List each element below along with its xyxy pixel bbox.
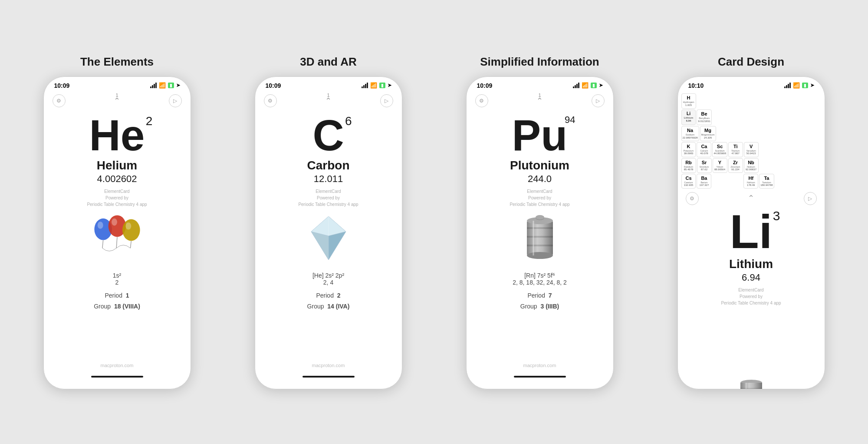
section-card-design: Card Design 10:10 📶 ▮ ➤	[651, 55, 851, 389]
element-symbol-text-pu: Pu	[512, 111, 568, 159]
mini-cell-Ta[interactable]: Ta Tantalum 180.94788	[759, 174, 774, 189]
section-simplified: Simplified Information 10:09 📶 ▮ ➤ 1 ⚙ ⌃	[440, 55, 639, 389]
phone-frame-3d: 10:09 📶 ▮ ➤ 1 ⚙ ⌃ ▷ C	[255, 76, 402, 389]
mini-cell-Sr[interactable]: Sr Strontium 87.62	[697, 158, 712, 173]
diamond-visual	[302, 212, 355, 264]
phone-frame-simplified: 10:09 📶 ▮ ➤ 1 ⚙ ⌃ ▷ Pu	[466, 76, 614, 389]
svg-point-4	[112, 218, 117, 225]
signal-icon-4	[784, 83, 791, 88]
mini-cell-Li[interactable]: Li Lithium 6.94	[681, 109, 696, 125]
element-symbol-li: Li 3	[730, 208, 773, 255]
element-number-he: 2	[146, 114, 153, 128]
mini-cell-H[interactable]: H Hydrogen 1.005	[681, 93, 696, 109]
play-icon-4[interactable]: ▷	[804, 192, 817, 205]
mini-cell-Hf[interactable]: Hf Hafnium 178.49	[743, 174, 758, 189]
mini-cell-Nb[interactable]: Nb Niobium 92.90637	[744, 158, 759, 173]
svg-point-6	[122, 219, 140, 241]
svg-line-5	[116, 237, 117, 248]
phone-content-4: H Hydrogen 1.005 Li Lithium 6.94	[678, 91, 825, 389]
element-name-he: Helium	[97, 159, 137, 172]
mini-cell-Cs[interactable]: Cs Caesium 132.905	[681, 174, 696, 189]
element-card-label-4: ElementCardPowered byPeriodic Table Chem…	[721, 287, 781, 306]
element-mass-he: 4.002602	[97, 173, 137, 185]
periodic-table-mini: H Hydrogen 1.005 Li Lithium 6.94	[678, 91, 825, 190]
mini-cell-Y[interactable]: Y Yttrium 88.90564	[713, 158, 727, 173]
page-number-3: 1	[538, 93, 541, 98]
element-name-c: Carbon	[307, 159, 350, 172]
battery-icon-1: ▮	[168, 83, 174, 88]
mini-cell-V[interactable]: V Vanadium 50.9415	[744, 142, 759, 157]
element-mass-pu: 244.0	[528, 173, 552, 185]
svg-rect-18	[527, 236, 553, 238]
status-time-4: 10:10	[688, 82, 704, 89]
signal-icon-2	[362, 83, 368, 88]
mini-cell-Zr[interactable]: Zr Zirconium 91.224	[728, 158, 743, 173]
phone-content-3: 1 ⚙ ⌃ ▷ Pu 94 Plutonium 244.0 ElementCar…	[467, 91, 613, 381]
element-symbol-text-he: He	[89, 111, 145, 159]
status-icons-1: 📶 ▮ ➤	[150, 82, 180, 89]
status-bar-4: 10:10 📶 ▮ ➤	[678, 77, 825, 91]
status-time-2: 10:09	[266, 82, 281, 89]
play-icon-1[interactable]: ▷	[169, 94, 182, 107]
section-title-3d: 3D and AR	[300, 55, 357, 69]
period-group-he: Period 1 Group 18 (VIIIA)	[94, 290, 140, 312]
status-icons-4: 📶 ▮ ➤	[784, 82, 814, 89]
period-group-pu: Period 7 Group 3 (IIIB)	[520, 290, 559, 312]
footer-url-3: macproton.com	[523, 363, 556, 368]
electron-config-he: 1s²	[113, 272, 121, 279]
element-card-label-3: ElementCardPowered byPeriodic Table Chem…	[510, 188, 569, 208]
wifi-icon-1: 📶	[159, 82, 166, 89]
status-bar-2: 10:09 📶 ▮ ➤	[255, 77, 402, 91]
mini-cell-Na[interactable]: Na Sodium 22.98976928	[681, 126, 699, 142]
mini-cell-Sc[interactable]: Sc Scandium 44.955908	[712, 142, 727, 157]
svg-marker-11	[329, 232, 346, 260]
section-title-simplified: Simplified Information	[480, 55, 599, 69]
section-title-card: Card Design	[718, 55, 784, 69]
settings-icon-3[interactable]: ⚙	[475, 94, 488, 107]
play-icon-2[interactable]: ▷	[380, 94, 393, 107]
section-elements: The Elements 10:09 📶 ▮ ➤ 1 ⚙ ⌃	[17, 55, 217, 389]
play-icon-3[interactable]: ▷	[592, 94, 605, 107]
electron-config-c: [He] 2s² 2p²	[312, 272, 344, 279]
settings-icon-1[interactable]: ⚙	[53, 94, 66, 107]
status-bar-1: 10:09 📶 ▮ ➤	[44, 77, 191, 91]
element-name-li: Lithium	[729, 257, 773, 271]
settings-icon-2[interactable]: ⚙	[264, 94, 277, 107]
location-icon-3: ➤	[599, 83, 603, 88]
svg-rect-19	[527, 245, 553, 246]
home-indicator-3	[514, 376, 566, 378]
element-name-pu: Plutonium	[510, 159, 569, 172]
status-icons-2: 📶 ▮ ➤	[362, 82, 391, 89]
wifi-icon-4: 📶	[793, 82, 800, 89]
mini-cell-Rb[interactable]: Rb Rubidium 85.4678	[681, 158, 696, 173]
electron-num-he: 2	[113, 279, 121, 286]
battery-icon-3: ▮	[591, 83, 597, 88]
electron-num-c: 2, 4	[312, 279, 344, 286]
mini-cell-K[interactable]: K Potassium 39.0983	[681, 142, 696, 157]
svg-rect-14	[527, 221, 553, 255]
mini-cell-Ca[interactable]: Ca Calcium 40.078	[697, 142, 711, 157]
mini-cell-Mg[interactable]: Mg Magnesium 24.305	[700, 126, 716, 142]
footer-url-2: macproton.com	[312, 363, 345, 368]
svg-point-7	[125, 222, 131, 230]
svg-point-16	[527, 252, 553, 259]
wifi-icon-3: 📶	[582, 82, 589, 89]
settings-icon-4[interactable]: ⚙	[686, 192, 699, 205]
element-number-c: 6	[345, 114, 352, 128]
phone-content-2: 1 ⚙ ⌃ ▷ C 6 Carbon 12.011 ElementCardPow…	[255, 91, 402, 381]
home-indicator-1	[91, 376, 143, 378]
nav-up-4[interactable]: ⌃	[744, 192, 759, 204]
mini-cell-Be[interactable]: Be Beryllium 9.0121831	[697, 109, 711, 125]
mini-cell-Ti[interactable]: Ti Titanium 47.867	[728, 142, 743, 157]
mini-cell-Ba[interactable]: Ba Barium 137.327	[697, 174, 711, 189]
signal-icon-1	[150, 83, 157, 88]
balloons-visual	[91, 212, 143, 264]
svg-marker-12	[311, 232, 329, 260]
electron-config-pu: [Rn] 7s² 5f⁶	[513, 272, 567, 279]
section-title-elements: The Elements	[80, 55, 154, 69]
element-symbol-c: C 6	[312, 113, 344, 157]
element-number-pu: 94	[565, 114, 575, 126]
svg-line-8	[130, 241, 131, 248]
signal-icon-3	[573, 83, 579, 88]
footer-url-1: macproton.com	[101, 363, 134, 368]
